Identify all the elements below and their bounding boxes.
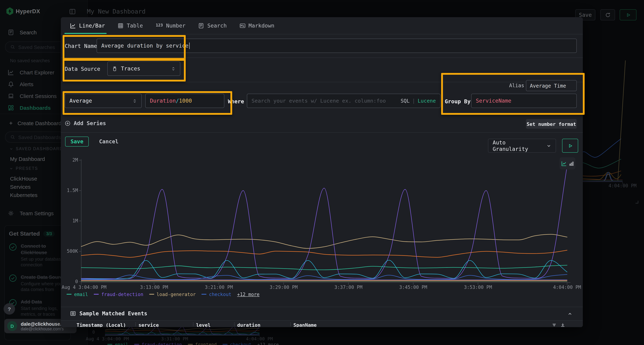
data-source-select[interactable]: Traces <box>107 61 180 76</box>
x-tick-label: 3:29:00 PM <box>255 285 312 290</box>
where-placeholder: Search your events w/ Lucene ex. column:… <box>252 98 386 104</box>
circle-plus-icon <box>65 120 70 126</box>
number-icon: 123 <box>156 23 163 28</box>
legend-swatch <box>66 294 72 295</box>
cancel-button[interactable]: Cancel <box>96 137 121 147</box>
set-number-format-button[interactable]: Set number format <box>526 119 577 129</box>
chart-name-value: Average duration by service <box>101 42 188 49</box>
markdown-icon <box>240 23 245 28</box>
data-source-value: Traces <box>121 65 140 72</box>
series-checkout <box>81 274 567 280</box>
chart-editor-modal: Line/BarTable123NumberSearchMarkdown Cha… <box>61 17 583 327</box>
aggregation-select[interactable]: Average <box>65 94 142 108</box>
user-org: dale@clickhouse.com's <box>21 327 64 331</box>
legend-item-fraud-detection[interactable]: fraud-detection <box>94 292 143 297</box>
legend-swatch <box>149 294 154 295</box>
legend-label: checkout <box>209 292 231 297</box>
field-token: 1000 <box>179 98 192 104</box>
field-token: / <box>176 98 179 104</box>
data-source-label: Data Source <box>65 66 100 72</box>
column-header-spanname[interactable]: SpanName <box>294 322 317 327</box>
legend-item-email[interactable]: email <box>66 292 88 297</box>
app-root: HyperDX Search Saved Searches No saved s… <box>0 0 644 345</box>
group-by-value: ServiceName <box>476 98 512 104</box>
add-series-label: Add Series <box>74 120 106 127</box>
legend-label: email <box>74 292 88 297</box>
sample-events-header[interactable]: Sample Matched Events <box>70 310 147 317</box>
column-header-service[interactable]: service <box>138 322 159 327</box>
column-separator[interactable]: ⋮ <box>191 322 195 327</box>
tab-label: Line/Bar <box>79 22 105 29</box>
group-by-input[interactable]: ServiceName <box>471 94 577 108</box>
tab-markdown[interactable]: Markdown <box>240 22 274 29</box>
series-load-generator <box>81 234 567 249</box>
tab-label: Number <box>166 22 186 29</box>
list-icon <box>70 311 76 317</box>
legend-item-load-generator[interactable]: load-generator <box>149 292 196 297</box>
help-button[interactable]: ? <box>4 303 15 315</box>
chart-name-input[interactable]: Average duration by service <box>96 39 577 53</box>
column-header-duration[interactable]: duration <box>237 322 260 327</box>
where-label: Where <box>228 98 244 105</box>
add-series-button[interactable]: Add Series <box>65 120 106 127</box>
avatar: D <box>7 321 17 331</box>
bar-chart-icon <box>569 161 574 166</box>
x-tick-label: 3:37:00 PM <box>320 285 377 290</box>
granularity-select[interactable]: Auto Granularity <box>488 139 556 153</box>
legend-label: load-generator <box>156 292 196 297</box>
chart-axes <box>79 159 570 285</box>
mode-divider: | <box>412 98 415 104</box>
column-header-level[interactable]: level <box>196 322 210 327</box>
column-separator[interactable]: ⋮ <box>134 322 138 327</box>
save-button[interactable]: Save <box>65 137 89 147</box>
database-icon <box>112 66 117 71</box>
doc-list-icon <box>198 23 204 28</box>
tab-label: Table <box>127 22 143 29</box>
text-caret <box>189 42 190 49</box>
line-chart-icon <box>561 161 566 166</box>
events-table-header: Timestamp (Local)service⋮level⋮duration⋮… <box>61 320 583 327</box>
tab-bar: Line/BarTable123NumberSearchMarkdown <box>61 17 583 34</box>
alias-label: Alias <box>509 83 524 88</box>
x-tick-label: 3:21:00 PM <box>190 285 248 290</box>
chevron-down-icon <box>546 143 551 148</box>
table-icon <box>118 23 124 28</box>
where-search-input[interactable]: Search your events w/ Lucene ex. column:… <box>247 94 440 108</box>
download-icon[interactable] <box>560 323 565 327</box>
line-chart-icon <box>70 23 76 28</box>
legend-swatch <box>202 294 206 295</box>
preview-chart <box>61 157 583 286</box>
chevron-up-down-icon <box>132 98 137 103</box>
column-separator[interactable]: ⋮ <box>232 322 236 327</box>
field-token: Duration <box>150 98 176 104</box>
chart-legend: emailfraud-detectionload-generatorchecko… <box>66 291 532 298</box>
tab-table[interactable]: Table <box>118 22 143 29</box>
sample-events-title: Sample Matched Events <box>80 310 147 317</box>
chart-type-toggle[interactable] <box>560 157 575 169</box>
field-expression-input[interactable]: Duration/1000 <box>145 94 224 108</box>
sql-mode-toggle[interactable]: SQL <box>400 98 410 104</box>
user-email: dale@clickhouse.c <box>21 321 64 327</box>
tab-label: Search <box>207 22 227 29</box>
lucene-mode-toggle[interactable]: Lucene <box>418 98 436 104</box>
legend-item-checkout[interactable]: checkout <box>202 292 231 297</box>
legend-more-link[interactable]: +12 more <box>237 292 260 297</box>
x-tick-label: Aug 4 3:04:00 PM <box>61 285 113 290</box>
legend-swatch <box>94 294 99 295</box>
x-tick-label: 3:13:00 PM <box>126 285 183 290</box>
tab-search[interactable]: Search <box>198 22 227 29</box>
alias-input[interactable]: Average Time <box>526 80 577 91</box>
x-tick-label: 4:04:00 PM <box>538 285 583 290</box>
column-separator[interactable]: ⋮ <box>288 322 293 327</box>
tab-line-bar[interactable]: Line/Bar <box>70 22 105 29</box>
preview-run-button[interactable] <box>562 139 578 153</box>
tab-number[interactable]: 123Number <box>156 22 186 29</box>
aggregation-value: Average <box>70 98 92 104</box>
series-unlabeled-orange <box>81 250 567 257</box>
tab-label: Markdown <box>248 22 274 29</box>
chevron-up-down-icon <box>171 66 176 71</box>
series-fraud-detection <box>81 166 567 279</box>
column-header-timestamp-local-[interactable]: Timestamp (Local) <box>76 322 126 327</box>
collapse-section-icon[interactable] <box>568 311 572 316</box>
column-settings-icon[interactable] <box>552 323 557 327</box>
